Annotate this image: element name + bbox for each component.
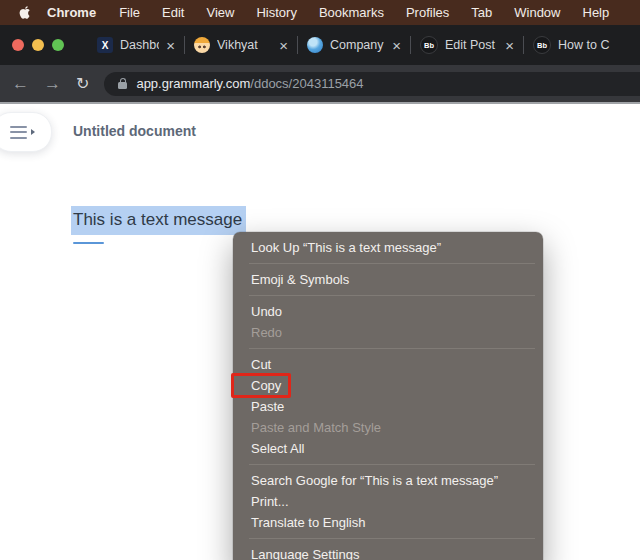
menubar-item-edit[interactable]: Edit bbox=[151, 5, 195, 20]
page-content: Untitled document This is a text message… bbox=[0, 104, 640, 560]
menu-separator bbox=[249, 295, 535, 296]
tab-title: How to C bbox=[558, 38, 640, 52]
close-tab-icon[interactable]: × bbox=[505, 38, 514, 53]
context-menu-item-emoji-symbols[interactable]: Emoji & Symbols bbox=[233, 269, 543, 290]
context-menu-item-paste[interactable]: Paste bbox=[233, 396, 543, 417]
menubar-items: FileEditViewHistoryBookmarksProfilesTabW… bbox=[108, 5, 620, 20]
underlined-word: This bbox=[73, 210, 105, 229]
menu-separator bbox=[249, 464, 535, 465]
url-path: /ddocs/2043115464 bbox=[250, 76, 363, 91]
minimize-window-button[interactable] bbox=[32, 39, 44, 51]
tab-title: Edit Post bbox=[445, 38, 498, 52]
url-text: app.grammarly.com/ddocs/2043115464 bbox=[136, 76, 363, 91]
close-window-button[interactable] bbox=[12, 39, 24, 51]
selected-text: This is a text message bbox=[71, 206, 246, 235]
menubar-item-profiles[interactable]: Profiles bbox=[395, 5, 460, 20]
tabs-container: XDashboard×Vikhyat×Company×BbEdit Post×B… bbox=[88, 25, 640, 65]
fullscreen-window-button[interactable] bbox=[52, 39, 64, 51]
menubar-item-help[interactable]: Help bbox=[572, 5, 621, 20]
context-menu-item-select-all[interactable]: Select All bbox=[233, 438, 543, 459]
menubar-item-history[interactable]: History bbox=[245, 5, 307, 20]
globe-favicon-icon bbox=[307, 37, 323, 53]
grammarly-sidebar-toggle-button[interactable] bbox=[0, 112, 52, 152]
caret-right-icon bbox=[31, 129, 35, 135]
tab-title: Dashboard bbox=[120, 38, 159, 52]
close-tab-icon[interactable]: × bbox=[166, 38, 175, 53]
context-menu: Look Up “This is a text message”Emoji & … bbox=[233, 232, 543, 560]
reload-button[interactable]: ↻ bbox=[76, 76, 89, 92]
document-title: Untitled document bbox=[73, 123, 196, 139]
tab-how-to-c[interactable]: BbHow to C bbox=[524, 25, 640, 65]
context-menu-item-print[interactable]: Print... bbox=[233, 491, 543, 512]
lock-icon[interactable] bbox=[118, 82, 127, 89]
context-menu-item-search-google-for-this-is-a-text-message[interactable]: Search Google for “This is a text messag… bbox=[233, 470, 543, 491]
context-menu-item-paste-and-match-style: Paste and Match Style bbox=[233, 417, 543, 438]
grammarly-suggestion-underline[interactable] bbox=[73, 242, 104, 244]
context-menu-item-cut[interactable]: Cut bbox=[233, 354, 543, 375]
document-text-line[interactable]: This is a text message bbox=[71, 210, 246, 230]
menu-separator bbox=[249, 263, 535, 264]
context-menu-item-look-up-this-is-a-text-message[interactable]: Look Up “This is a text message” bbox=[233, 237, 543, 258]
tab-dashboard[interactable]: XDashboard× bbox=[88, 25, 184, 65]
close-tab-icon[interactable]: × bbox=[392, 38, 401, 53]
close-tab-icon[interactable]: × bbox=[279, 38, 288, 53]
menubar-item-bookmarks[interactable]: Bookmarks bbox=[308, 5, 395, 20]
context-menu-item-language-settings[interactable]: Language Settings bbox=[233, 544, 543, 560]
context-menu-item-translate-to-english[interactable]: Translate to English bbox=[233, 512, 543, 533]
address-bar[interactable]: app.grammarly.com/ddocs/2043115464 bbox=[104, 72, 640, 96]
menubar-item-window[interactable]: Window bbox=[503, 5, 571, 20]
hamburger-menu-icon bbox=[10, 126, 27, 139]
forward-button[interactable]: → bbox=[44, 75, 61, 92]
bb-favicon-icon: Bb bbox=[420, 36, 438, 54]
url-host: app.grammarly.com bbox=[136, 76, 250, 91]
menubar-item-view[interactable]: View bbox=[195, 5, 245, 20]
browser-toolbar: ← → ↻ app.grammarly.com/ddocs/2043115464 bbox=[0, 65, 640, 102]
context-menu-item-redo: Redo bbox=[233, 322, 543, 343]
menubar-item-file[interactable]: File bbox=[108, 5, 151, 20]
window-controls bbox=[12, 25, 64, 65]
tab-strip: XDashboard×Vikhyat×Company×BbEdit Post×B… bbox=[0, 25, 640, 65]
tab-title: Vikhyat bbox=[217, 38, 272, 52]
menubar-item-tab[interactable]: Tab bbox=[460, 5, 503, 20]
x-favicon-icon: X bbox=[97, 37, 113, 53]
tab-edit-post[interactable]: BbEdit Post× bbox=[411, 25, 523, 65]
tab-vikhyat[interactable]: Vikhyat× bbox=[185, 25, 297, 65]
back-button[interactable]: ← bbox=[12, 75, 29, 92]
bb-favicon-icon: Bb bbox=[533, 36, 551, 54]
tab-title: Company bbox=[330, 38, 385, 52]
tab-company[interactable]: Company× bbox=[298, 25, 410, 65]
selected-text-rest: is a text message bbox=[105, 210, 242, 229]
apple-logo-icon[interactable] bbox=[18, 5, 31, 20]
context-menu-item-copy[interactable]: Copy bbox=[233, 375, 543, 396]
menubar-app-name[interactable]: Chrome bbox=[35, 5, 108, 20]
context-menu-item-undo[interactable]: Undo bbox=[233, 301, 543, 322]
menu-separator bbox=[249, 538, 535, 539]
macos-menubar: Chrome FileEditViewHistoryBookmarksProfi… bbox=[0, 0, 640, 25]
copy-highlight-box bbox=[231, 373, 291, 398]
baby-favicon-icon bbox=[194, 37, 210, 53]
menu-separator bbox=[249, 348, 535, 349]
